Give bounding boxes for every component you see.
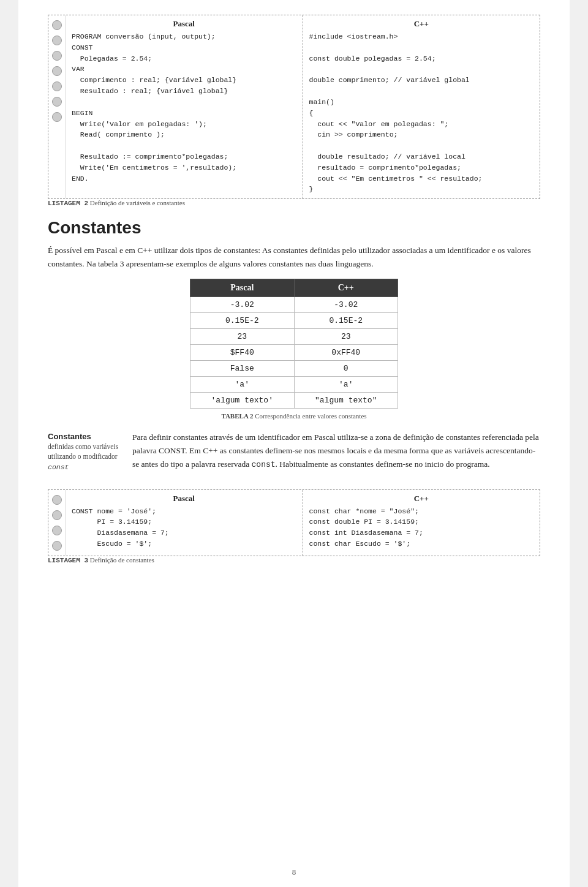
listing2-pascal-header: Pascal — [72, 19, 296, 29]
listing3-cpp-code: const char *nome = "José"; const double … — [309, 506, 534, 549]
page-number: 8 — [18, 867, 570, 877]
table-cell-pascal: 0.15E-2 — [190, 313, 295, 329]
table-cell-cpp: 0.15E-2 — [294, 313, 398, 329]
listing3-caption: LISTAGEM 3 Definição de constantes — [48, 556, 540, 564]
section-title-constantes: Constantes — [48, 218, 540, 238]
circle-icon-5 — [52, 81, 62, 91]
listing3-pascal-header: Pascal — [72, 494, 296, 504]
table-cell-pascal: 23 — [190, 329, 295, 345]
listing3: Pascal CONST nome = 'José'; PI = 3.14159… — [48, 489, 540, 564]
circle-icon-2 — [52, 36, 62, 45]
listing3-pascal-code: CONST nome = 'José'; PI = 3.14159; Diasd… — [72, 506, 296, 549]
table-cell-pascal: $FF40 — [190, 345, 295, 361]
table-row: 0.15E-20.15E-2 — [190, 313, 398, 329]
table-cell-pascal: -3.02 — [190, 297, 295, 313]
circle-icon-l3-2 — [52, 510, 62, 520]
table2-caption: TABELA 2 Correspondência entre valores c… — [48, 412, 540, 420]
table2-pascal-header: Pascal — [190, 279, 295, 297]
table2-wrapper: Pascal C++ -3.02-3.020.15E-20.15E-22323$… — [48, 279, 540, 420]
circle-icon-l3-3 — [52, 526, 62, 535]
constantes-section-text: Constantes definidas como variáveis util… — [48, 431, 540, 472]
listing2-cpp-header: C++ — [309, 19, 534, 29]
circle-icon-6 — [52, 97, 62, 107]
listing3-pascal: Pascal CONST nome = 'José'; PI = 3.14159… — [66, 490, 303, 556]
table-cell-pascal: 'algum texto' — [190, 393, 295, 409]
listing2-cpp-code: #include <iostream.h> const double poleg… — [309, 31, 534, 195]
table-cell-cpp: -3.02 — [294, 297, 398, 313]
circle-icon-1 — [52, 20, 62, 30]
sidebar-constantes-note: Constantes definidas como variáveis util… — [48, 432, 121, 472]
listing2: Pascal PROGRAM conversão (input, output)… — [48, 15, 540, 207]
section-constantes: Constantes É possível em Pascal e em C++… — [48, 218, 540, 270]
table-cell-pascal: 'a' — [190, 377, 295, 393]
table-cell-cpp: 23 — [294, 329, 398, 345]
table-row: -3.02-3.02 — [190, 297, 398, 313]
listing2-icons — [48, 15, 66, 198]
circle-icon-4 — [52, 66, 62, 76]
listing2-cpp: C++ #include <iostream.h> const double p… — [303, 15, 540, 198]
sidebar-note-title: Constantes — [48, 432, 91, 441]
main-text-block: Para definir constantes através de um id… — [132, 431, 540, 471]
table-cell-cpp: "algum texto" — [294, 393, 398, 409]
listing2-caption: LISTAGEM 2 Definição de variáveis e cons… — [48, 199, 540, 207]
circle-icon-l3-1 — [52, 495, 62, 505]
listing2-pascal-code: PROGRAM conversão (input, output); CONST… — [72, 31, 296, 184]
table-cell-cpp: 0xFF40 — [294, 345, 398, 361]
page: Pascal PROGRAM conversão (input, output)… — [18, 0, 570, 887]
table-cell-cpp: 0 — [294, 361, 398, 377]
listing2-table: Pascal PROGRAM conversão (input, output)… — [48, 15, 540, 199]
table-row: 'algum texto'"algum texto" — [190, 393, 398, 409]
table-cell-cpp: 'a' — [294, 377, 398, 393]
listing3-cpp: C++ const char *nome = "José"; const dou… — [303, 490, 540, 556]
table2-cpp-header: C++ — [294, 279, 398, 297]
table-row: False0 — [190, 361, 398, 377]
listing3-icons — [48, 490, 66, 556]
table-cell-pascal: False — [190, 361, 295, 377]
circle-icon-l3-4 — [52, 541, 62, 551]
circle-icon-3 — [52, 51, 62, 61]
sidebar-note-body: definidas como variáveis utilizando o mo… — [48, 442, 121, 472]
listing3-table: Pascal CONST nome = 'José'; PI = 3.14159… — [48, 489, 540, 556]
table2: Pascal C++ -3.02-3.020.15E-20.15E-22323$… — [190, 279, 398, 409]
section-body-constantes: É possível em Pascal e em C++ utilizar d… — [48, 244, 540, 270]
table-row: 'a''a' — [190, 377, 398, 393]
circle-icon-7 — [52, 112, 62, 122]
listing2-pascal: Pascal PROGRAM conversão (input, output)… — [66, 15, 303, 198]
table-row: 2323 — [190, 329, 398, 345]
listing3-cpp-header: C++ — [309, 494, 534, 504]
table-row: $FF400xFF40 — [190, 345, 398, 361]
